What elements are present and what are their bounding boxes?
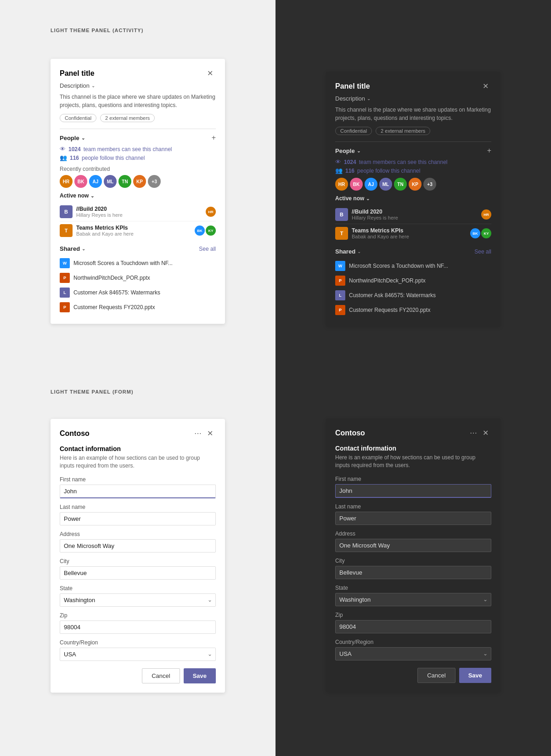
activity-avatar-2b-light: KY xyxy=(206,226,216,236)
see-all-link-dark[interactable]: See all xyxy=(474,248,491,255)
shared-chevron-dark[interactable]: ⌄ xyxy=(357,249,361,254)
zip-label-light: Zip xyxy=(60,612,216,619)
panel-title-light: Panel title xyxy=(60,69,95,78)
file-icon-3-light: L xyxy=(60,288,70,298)
zip-input-dark[interactable] xyxy=(335,620,491,633)
file-name-3-light[interactable]: Customer Ask 846575: Watermarks xyxy=(73,289,160,296)
people-icon-dark: 👥 xyxy=(335,167,343,174)
lastname-label-light: Last name xyxy=(60,504,216,510)
country-select-dark[interactable]: USA xyxy=(335,647,491,660)
activity-item-1-dark: B //Build 2020 Hillary Reyes is here HR xyxy=(335,205,491,224)
avatar-4-light: ML xyxy=(104,175,117,188)
activity-avatar-2a-dark: BK xyxy=(470,228,480,238)
activity-title-2-light: Teams Metrics KPIs xyxy=(76,225,134,231)
file-item-1-light: W Microsoft Scores a Touchdown with NF..… xyxy=(60,256,216,271)
field-state-light: State Washington ⌄ xyxy=(60,585,216,607)
cancel-button-dark[interactable]: Cancel xyxy=(417,668,455,683)
lastname-label-dark: Last name xyxy=(335,503,491,510)
firstname-input-dark[interactable] xyxy=(335,484,491,498)
form-close-button-dark[interactable]: ✕ xyxy=(480,428,491,438)
followers-count-light: 116 xyxy=(70,155,79,161)
firstname-input-light[interactable] xyxy=(60,485,216,498)
more-button-dark[interactable]: ⋯ xyxy=(470,428,477,438)
followers-link-light[interactable]: people follow this channel xyxy=(82,155,145,161)
country-label-dark: Country/Region xyxy=(335,639,491,645)
people-icon-light: 👥 xyxy=(60,154,67,161)
state-label-dark: State xyxy=(335,585,491,591)
people-label-dark: People xyxy=(335,147,355,154)
save-button-light[interactable]: Save xyxy=(184,668,216,683)
avatar-1-light: HR xyxy=(60,175,73,188)
address-label-light: Address xyxy=(60,531,216,537)
close-button-light[interactable]: ✕ xyxy=(204,68,216,79)
lastname-input-light[interactable] xyxy=(60,512,216,525)
firstname-label-dark: First name xyxy=(335,476,491,482)
address-input-light[interactable] xyxy=(60,539,216,553)
field-firstname-light: First name xyxy=(60,476,216,498)
description-label-light: Description xyxy=(60,82,90,89)
state-select-dark[interactable]: Washington xyxy=(335,593,491,606)
file-name-4-dark[interactable]: Customer Requests FY2020.pptx xyxy=(349,307,430,313)
members-link-light[interactable]: team members can see this channel xyxy=(84,146,172,152)
field-address-dark: Address xyxy=(335,530,491,552)
close-button-dark[interactable]: ✕ xyxy=(480,81,491,91)
file-icon-3-dark: L xyxy=(335,290,345,300)
followers-count-dark: 116 xyxy=(345,168,354,174)
form-close-button-light[interactable]: ✕ xyxy=(204,428,216,439)
form-panel-dark: Contoso ⋯ ✕ Contact information Here is … xyxy=(326,418,500,692)
members-link-dark[interactable]: team members can see this channel xyxy=(359,159,448,165)
activity-sub-1-dark: Hillary Reyes is here xyxy=(352,215,398,220)
people-chevron-light[interactable]: ⌄ xyxy=(81,135,85,141)
panel-title-dark: Panel title xyxy=(335,82,370,90)
shared-chevron-light[interactable]: ⌄ xyxy=(82,246,85,251)
address-label-dark: Address xyxy=(335,530,491,537)
more-button-light[interactable]: ⋯ xyxy=(194,428,202,439)
field-country-light: Country/Region USA ⌄ xyxy=(60,639,216,661)
save-button-dark[interactable]: Save xyxy=(459,668,491,683)
avatar-7-dark: +3 xyxy=(423,178,436,191)
avatar-5-light: TN xyxy=(118,175,131,188)
file-item-4-dark: P Customer Requests FY2020.pptx xyxy=(335,303,491,317)
address-input-dark[interactable] xyxy=(335,539,491,552)
cancel-button-light[interactable]: Cancel xyxy=(142,668,180,683)
file-name-2-dark[interactable]: NorthwindPitchDeck_POR.pptx xyxy=(349,277,426,284)
file-name-4-light[interactable]: Customer Requests FY2020.pptx xyxy=(73,304,155,310)
avatar-6-dark: KP xyxy=(409,178,422,191)
firstname-label-light: First name xyxy=(60,476,216,483)
file-name-1-light[interactable]: Microsoft Scores a Touchdown with NF... xyxy=(73,260,173,266)
contact-title-dark: Contact information xyxy=(335,445,491,452)
see-all-link-light[interactable]: See all xyxy=(199,246,216,252)
file-icon-2-light: P xyxy=(60,273,70,283)
avatar-5-dark: TN xyxy=(394,178,407,191)
activity-sub-2-dark: Babak and Kayo are here xyxy=(352,234,409,239)
city-input-light[interactable] xyxy=(60,566,216,580)
field-zip-light: Zip xyxy=(60,612,216,634)
followers-link-dark[interactable]: people follow this channel xyxy=(357,168,420,174)
eye-icon-light: 👁 xyxy=(60,146,66,152)
description-chevron-dark[interactable]: ⌄ xyxy=(367,96,371,101)
active-now-label-light: Active now xyxy=(60,192,89,199)
activity-title-1-dark: //Build 2020 xyxy=(352,209,398,215)
active-now-chevron-light[interactable]: ⌄ xyxy=(90,193,94,198)
lastname-input-dark[interactable] xyxy=(335,512,491,525)
form-title-dark: Contoso xyxy=(335,429,365,437)
file-name-2-light[interactable]: NorthwindPitchDeck_POR.pptx xyxy=(73,275,150,281)
file-item-4-light: P Customer Requests FY2020.pptx xyxy=(60,300,216,315)
people-chevron-dark[interactable]: ⌄ xyxy=(357,148,360,153)
file-icon-4-light: P xyxy=(60,302,70,312)
file-name-3-dark[interactable]: Customer Ask 846575: Watermarks xyxy=(349,292,436,299)
description-text-light: This channel is the place where we share… xyxy=(60,93,216,109)
add-people-button-dark[interactable]: + xyxy=(487,147,491,155)
active-now-chevron-dark[interactable]: ⌄ xyxy=(366,196,370,201)
state-select-light[interactable]: Washington xyxy=(60,593,216,607)
activity-icon-2-light: T xyxy=(60,224,73,237)
city-input-dark[interactable] xyxy=(335,566,491,579)
description-chevron-light[interactable]: ⌄ xyxy=(91,83,95,88)
members-count-light: 1024 xyxy=(68,146,81,152)
file-item-3-light: L Customer Ask 846575: Watermarks xyxy=(60,285,216,300)
file-name-1-dark[interactable]: Microsoft Scores a Touchdown with NF... xyxy=(349,263,448,269)
zip-input-light[interactable] xyxy=(60,621,216,634)
add-people-button-light[interactable]: + xyxy=(212,134,216,142)
country-select-light[interactable]: USA xyxy=(60,648,216,661)
avatar-2-light: BK xyxy=(74,175,87,188)
